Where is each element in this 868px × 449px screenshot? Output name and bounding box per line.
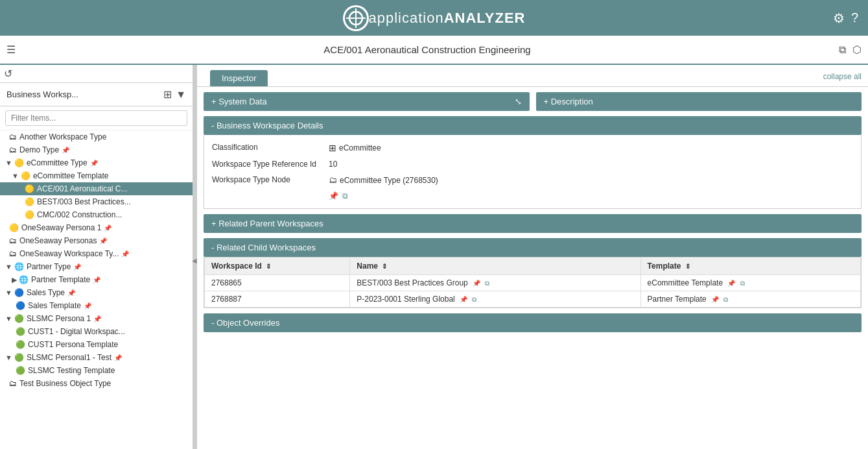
- col-workspace-id[interactable]: Workspace Id ⇕: [205, 258, 350, 275]
- expand-icon: ▶: [12, 276, 17, 284]
- sidebar-item-cust1-persona[interactable]: 🟢 CUST1 Persona Template: [0, 338, 193, 351]
- sidebar-item-test-business-object[interactable]: 🗂 Test Business Object Type: [0, 377, 193, 390]
- workspace-type-ref-value: 10: [329, 160, 337, 169]
- workspace-type-ref-row: Workspace Type Reference Id 10: [212, 160, 853, 169]
- description-header[interactable]: + Description: [536, 92, 862, 111]
- expand-icon: [21, 185, 23, 193]
- col-name[interactable]: Name ⇕: [350, 258, 640, 275]
- menu-icon[interactable]: ☰: [6, 43, 16, 56]
- workspace-type-node-row: Workspace Type Node 🗂 eCommittee Type (2…: [212, 175, 853, 185]
- expand-icon: ▼: [5, 315, 12, 322]
- col-template[interactable]: Template ⇕: [640, 258, 860, 275]
- sidebar-item-cmc002[interactable]: 🟡 CMC/002 Construction...: [0, 208, 193, 221]
- sidebar-item-sales-template[interactable]: 🔵 Sales Template 📌: [0, 299, 193, 312]
- sidebar-item-ace001[interactable]: 🟡 ACE/001 Aeronautical C...: [0, 182, 193, 195]
- object-overrides-header[interactable]: - Object Overrides: [204, 313, 862, 332]
- help-icon[interactable]: ?: [851, 10, 858, 25]
- main-layout: ↺ Business Worksp... ⊞ ▼ 🗂 Another Works…: [0, 65, 868, 449]
- sort-icon-name: ⇕: [382, 263, 387, 270]
- workspace-type-ref-label: Workspace Type Reference Id: [212, 160, 329, 169]
- expand-icon: [5, 133, 7, 141]
- sidebar-item-ecommittee-template[interactable]: ▼ 🟡 eCommittee Template: [0, 169, 193, 182]
- sidebar-item-slsmc-personal1-test[interactable]: ▼ 🟢 SLSMC Personal1 - Test 📌: [0, 351, 193, 364]
- top-sections-row: + System Data ⤡ + Description: [197, 87, 868, 116]
- row1-id: 2768865: [205, 275, 350, 291]
- inspector-tab[interactable]: Inspector: [210, 70, 268, 86]
- link-icon-row2-tpl[interactable]: ⧉: [723, 296, 728, 303]
- sort-icon-template: ⇕: [685, 263, 690, 270]
- expand-icon: [12, 367, 14, 374]
- sidebar-item-another-workspace[interactable]: 🗂 Another Workspace Type: [0, 130, 193, 143]
- classification-icon: ⊞: [329, 143, 336, 153]
- dropdown-icon[interactable]: ▼: [176, 89, 186, 101]
- toolbar-title: ACE/001 Aeronautical Construction Engine…: [22, 44, 832, 55]
- related-parent-header[interactable]: + Related Parent Workspaces: [204, 214, 862, 233]
- expand-icon: ▼: [12, 172, 19, 180]
- expand-icon: [21, 198, 23, 206]
- related-child-title: - Related Child Workspaces: [211, 243, 316, 252]
- related-child-body: Workspace Id ⇕ Name ⇕ Template ⇕: [204, 257, 862, 308]
- expand-icon: [12, 302, 14, 309]
- toolbar: ☰ ACE/001 Aeronautical Construction Engi…: [0, 36, 868, 65]
- sidebar-title: Business Worksp...: [6, 90, 159, 99]
- workspace-type-node-value: 🗂 eCommittee Type (2768530): [329, 175, 438, 185]
- app-title-bold: ANALYZER: [444, 10, 526, 26]
- app-title-light: application: [369, 10, 444, 26]
- sidebar-item-partner-type[interactable]: ▼ 🌐 Partner Type 📌: [0, 260, 193, 273]
- classification-row: Classification ⊞ eCommittee: [212, 143, 853, 153]
- pin-icon-row2[interactable]: 📌: [460, 296, 467, 303]
- sidebar-item-demo-type[interactable]: 🗂 Demo Type 📌: [0, 143, 193, 156]
- link-icon-row1-tpl[interactable]: ⧉: [740, 280, 745, 287]
- diagram-icon[interactable]: ⊞: [163, 88, 172, 101]
- sidebar: ↺ Business Worksp... ⊞ ▼ 🗂 Another Works…: [0, 65, 193, 449]
- business-workspace-details-header[interactable]: - Business Workspace Details: [204, 116, 862, 135]
- related-parent-section: + Related Parent Workspaces: [204, 214, 862, 233]
- workspace-type-node-label: Workspace Type Node: [212, 175, 329, 184]
- pin-icon-row1-tpl[interactable]: 📌: [727, 280, 735, 287]
- related-child-section: - Related Child Workspaces Workspace Id …: [204, 238, 862, 308]
- sidebar-item-oneseaway-personas[interactable]: 🗂 OneSeaway Personas 📌: [0, 234, 193, 247]
- table-row: 2768887 P-2023-0001 Sterling Global 📌 ⧉ …: [205, 291, 861, 308]
- sidebar-item-best003[interactable]: 🟡 BEST/003 Best Practices...: [0, 195, 193, 208]
- expand-icon: [12, 341, 14, 348]
- sidebar-item-slsmc-persona1[interactable]: ▼ 🟢 SLSMC Persona 1 📌: [0, 312, 193, 325]
- open-in-new-icon[interactable]: ⧉: [839, 44, 846, 56]
- expand-icon: [5, 224, 7, 232]
- filter-input[interactable]: [5, 110, 187, 126]
- link-action-icon[interactable]: ⧉: [342, 191, 348, 200]
- row1-template: eCommittee Template 📌 ⧉: [640, 275, 860, 291]
- sidebar-item-oneseaway-persona1[interactable]: 🟡 OneSeaway Persona 1 📌: [0, 221, 193, 234]
- expand-icon: [5, 250, 7, 258]
- expand-icon: [5, 237, 7, 245]
- sidebar-item-oneseaway-workspace[interactable]: 🗂 OneSeaway Workspace Ty... 📌: [0, 247, 193, 260]
- related-child-header[interactable]: - Related Child Workspaces: [204, 238, 862, 257]
- object-overrides-section: - Object Overrides: [204, 313, 862, 332]
- sidebar-resizer[interactable]: [193, 65, 197, 449]
- sidebar-item-partner-template[interactable]: ▶ 🌐 Partner Template 📌: [0, 273, 193, 286]
- sidebar-item-slsmc-testing[interactable]: 🟢 SLSMC Testing Template: [0, 364, 193, 377]
- table-row: 2768865 BEST/003 Best Practices Group 📌 …: [205, 275, 861, 291]
- app-header: applicationANALYZER ⚙ ?: [0, 0, 868, 36]
- sidebar-filter: [0, 106, 193, 130]
- app-title: applicationANALYZER: [369, 10, 526, 27]
- settings-icon[interactable]: ⚙: [833, 10, 845, 26]
- collapse-all-button[interactable]: collapse all: [823, 67, 862, 86]
- system-data-section: + System Data ⤡: [204, 92, 530, 111]
- sidebar-item-sales-type[interactable]: ▼ 🔵 Sales Type 📌: [0, 286, 193, 299]
- sidebar-item-ecommittee-type[interactable]: ▼ 🟡 eCommittee Type 📌: [0, 156, 193, 169]
- main-content: Inspector collapse all + System Data ⤡ +…: [197, 65, 868, 449]
- business-workspace-details-title: - Business Workspace Details: [211, 121, 323, 130]
- workspace-type-node-icon: 🗂: [329, 175, 337, 185]
- header-icons: ⚙ ?: [833, 10, 858, 26]
- object-overrides-title: - Object Overrides: [211, 318, 279, 328]
- link-icon-row2[interactable]: ⧉: [472, 296, 476, 303]
- pin-icon-row2-tpl[interactable]: 📌: [711, 296, 719, 303]
- system-data-header[interactable]: + System Data ⤡: [204, 92, 530, 111]
- sidebar-refresh-icon[interactable]: ↺: [4, 67, 12, 80]
- pin-action-icon[interactable]: 📌: [329, 191, 338, 200]
- sidebar-header: Business Worksp... ⊞ ▼: [0, 83, 193, 106]
- sidebar-item-cust1-digital[interactable]: 🟢 CUST1 - Digital Workspac...: [0, 325, 193, 338]
- external-link-icon[interactable]: ⬡: [852, 43, 862, 56]
- link-icon-row1[interactable]: ⧉: [485, 280, 489, 287]
- pin-icon-row1[interactable]: 📌: [473, 280, 480, 287]
